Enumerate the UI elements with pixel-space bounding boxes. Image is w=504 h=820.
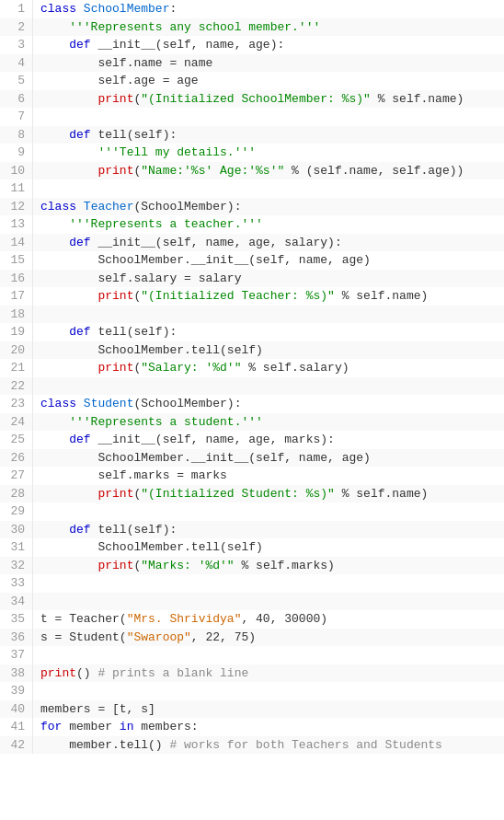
code-line-row: 32 print("Marks: '%d'" % self.marks) <box>0 557 504 575</box>
code-line-row: 41for member in members: <box>0 718 504 736</box>
code-line-row: 38print() # prints a blank line <box>0 664 504 683</box>
line-content: print("Name:'%s' Age:'%s'" % (self.name,… <box>33 162 504 180</box>
code-line-row: 7 <box>0 108 504 126</box>
line-number: 22 <box>0 377 33 396</box>
line-content: class Teacher(SchoolMember): <box>33 198 504 216</box>
line-content <box>33 179 504 198</box>
code-line-row: 34 <box>0 593 504 611</box>
line-number: 24 <box>0 413 33 432</box>
code-line-row: 8 def tell(self): <box>0 126 504 144</box>
line-number: 21 <box>0 359 33 377</box>
line-number: 39 <box>0 682 33 700</box>
line-number: 42 <box>0 736 33 755</box>
code-line-row: 3 def __init__(self, name, age): <box>0 36 504 54</box>
code-line-row: 20 SchoolMember.tell(self) <box>0 341 504 360</box>
line-number: 3 <box>0 36 33 54</box>
line-number: 31 <box>0 538 33 557</box>
line-number: 7 <box>0 108 33 126</box>
line-number: 10 <box>0 162 33 180</box>
line-content: self.name = name <box>33 54 504 73</box>
line-content: t = Teacher("Mrs. Shrividya", 40, 30000) <box>33 610 504 629</box>
code-line-row: 36s = Student("Swaroop", 22, 75) <box>0 629 504 647</box>
line-content: s = Student("Swaroop", 22, 75) <box>33 629 504 647</box>
line-number: 13 <box>0 215 33 234</box>
code-line-row: 27 self.marks = marks <box>0 467 504 485</box>
code-line-row: 9 '''Tell my details.''' <box>0 144 504 162</box>
code-line-row: 2 '''Represents any school member.''' <box>0 18 504 37</box>
line-number: 18 <box>0 306 33 324</box>
line-number: 15 <box>0 251 33 270</box>
line-content: '''Tell my details.''' <box>33 144 504 162</box>
line-number: 40 <box>0 700 33 719</box>
line-number: 30 <box>0 521 33 539</box>
code-line-row: 14 def __init__(self, name, age, salary)… <box>0 234 504 252</box>
line-number: 34 <box>0 593 33 611</box>
line-content: class Student(SchoolMember): <box>33 395 504 413</box>
line-content: self.marks = marks <box>33 467 504 485</box>
code-line-row: 23class Student(SchoolMember): <box>0 395 504 413</box>
line-content: SchoolMember.tell(self) <box>33 341 504 360</box>
line-number: 12 <box>0 198 33 216</box>
line-number: 17 <box>0 287 33 306</box>
line-content: '''Represents a teacher.''' <box>33 215 504 234</box>
line-content: for member in members: <box>33 718 504 736</box>
code-line-row: 21 print("Salary: '%d'" % self.salary) <box>0 359 504 377</box>
line-number: 4 <box>0 54 33 73</box>
line-number: 6 <box>0 90 33 109</box>
code-line-row: 35t = Teacher("Mrs. Shrividya", 40, 3000… <box>0 610 504 629</box>
line-number: 1 <box>0 0 33 18</box>
code-line-row: 4 self.name = name <box>0 54 504 73</box>
line-content: def __init__(self, name, age, salary): <box>33 234 504 252</box>
line-number: 33 <box>0 574 33 593</box>
line-content: def tell(self): <box>33 126 504 144</box>
code-line-row: 33 <box>0 574 504 593</box>
line-content: print("(Initialized Student: %s)" % self… <box>33 485 504 503</box>
line-number: 29 <box>0 502 33 521</box>
code-line-row: 24 '''Represents a student.''' <box>0 413 504 432</box>
line-number: 41 <box>0 718 33 736</box>
line-number: 23 <box>0 395 33 413</box>
line-content: '''Represents a student.''' <box>33 413 504 432</box>
code-line-row: 5 self.age = age <box>0 72 504 90</box>
line-content <box>33 502 504 521</box>
line-content <box>33 306 504 324</box>
line-content: self.age = age <box>33 72 504 90</box>
line-content: SchoolMember.tell(self) <box>33 538 504 557</box>
line-content: def __init__(self, name, age): <box>33 36 504 54</box>
code-line-row: 37 <box>0 646 504 664</box>
code-line-row: 26 SchoolMember.__init__(self, name, age… <box>0 449 504 468</box>
line-number: 9 <box>0 144 33 162</box>
line-content: print("Marks: '%d'" % self.marks) <box>33 557 504 575</box>
code-line-row: 6 print("(Initialized SchoolMember: %s)"… <box>0 90 504 109</box>
line-content: member.tell() # works for both Teachers … <box>33 736 504 755</box>
line-number: 25 <box>0 431 33 449</box>
line-number: 26 <box>0 449 33 468</box>
line-number: 28 <box>0 485 33 503</box>
code-line-row: 11 <box>0 179 504 198</box>
code-line-row: 17 print("(Initialized Teacher: %s)" % s… <box>0 287 504 306</box>
line-number: 36 <box>0 629 33 647</box>
line-number: 27 <box>0 467 33 485</box>
code-line-row: 25 def __init__(self, name, age, marks): <box>0 431 504 449</box>
code-line-row: 42 member.tell() # works for both Teache… <box>0 736 504 755</box>
line-content: def tell(self): <box>33 323 504 341</box>
line-content: class SchoolMember: <box>33 0 504 18</box>
code-line-row: 39 <box>0 682 504 700</box>
line-number: 38 <box>0 664 33 683</box>
line-content <box>33 574 504 593</box>
code-editor: 1class SchoolMember:2 '''Represents any … <box>0 0 504 820</box>
code-line-row: 30 def tell(self): <box>0 521 504 539</box>
line-number: 20 <box>0 341 33 360</box>
code-line-row: 29 <box>0 502 504 521</box>
line-number: 8 <box>0 126 33 144</box>
line-content: print("Salary: '%d'" % self.salary) <box>33 359 504 377</box>
line-number: 16 <box>0 270 33 288</box>
code-line-row: 15 SchoolMember.__init__(self, name, age… <box>0 251 504 270</box>
code-line-row: 10 print("Name:'%s' Age:'%s'" % (self.na… <box>0 162 504 180</box>
line-number: 37 <box>0 646 33 664</box>
line-content <box>33 682 504 700</box>
line-number: 14 <box>0 234 33 252</box>
line-content: print() # prints a blank line <box>33 664 504 683</box>
line-content: def __init__(self, name, age, marks): <box>33 431 504 449</box>
line-number: 2 <box>0 18 33 37</box>
